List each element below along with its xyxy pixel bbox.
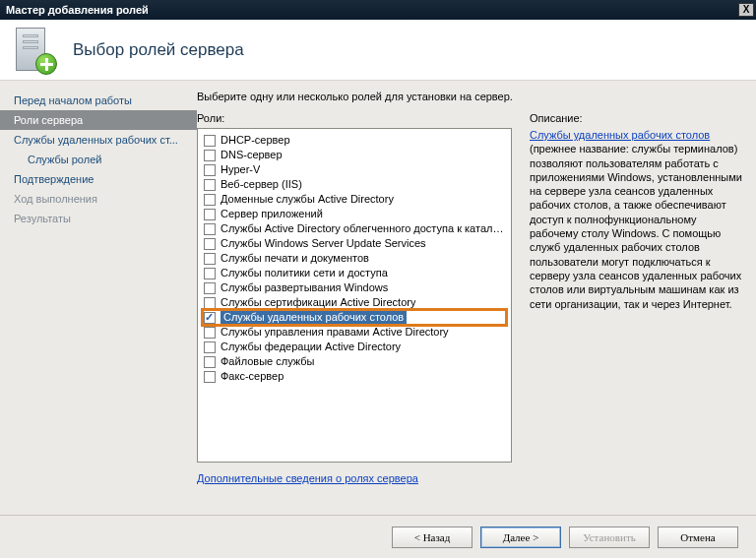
role-row[interactable]: Доменные службы Active Directory — [200, 192, 509, 207]
role-row[interactable]: Службы Active Directory облегченного дос… — [200, 221, 509, 236]
role-row[interactable]: Службы развертывания Windows — [200, 280, 509, 295]
sidebar-step: Ход выполнения — [0, 189, 197, 209]
role-label: Службы Active Directory облегченного дос… — [220, 221, 505, 236]
install-button: Установить — [569, 527, 650, 548]
role-checkbox[interactable] — [204, 209, 216, 220]
role-label: Службы управления правами Active Directo… — [220, 325, 449, 340]
server-add-icon — [14, 28, 55, 73]
role-row[interactable]: Сервер приложений — [200, 207, 509, 221]
role-checkbox[interactable] — [204, 135, 216, 147]
sidebar-step[interactable]: Подтверждение — [0, 169, 197, 189]
role-row[interactable]: Службы удаленных рабочих столов — [200, 310, 509, 325]
wizard-main: Выберите одну или несколько ролей для ус… — [197, 81, 756, 514]
role-label: Службы развертывания Windows — [220, 280, 388, 295]
role-checkbox[interactable] — [204, 179, 216, 191]
role-label: DNS-сервер — [220, 148, 283, 162]
role-row[interactable]: Службы печати и документов — [200, 251, 509, 266]
role-checkbox[interactable] — [204, 150, 216, 161]
sidebar-step[interactable]: Службы ролей — [0, 150, 197, 169]
sidebar-step: Результаты — [0, 209, 197, 228]
role-label: Сервер приложений — [220, 207, 323, 221]
role-row[interactable]: Веб-сервер (IIS) — [200, 177, 509, 192]
role-row[interactable]: Файловые службы — [200, 354, 509, 369]
role-label: Службы федерации Active Directory — [220, 340, 401, 354]
role-checkbox[interactable] — [204, 253, 216, 265]
role-label: DHCP-сервер — [220, 133, 290, 148]
close-icon[interactable]: X — [738, 3, 754, 17]
role-label: Веб-сервер (IIS) — [220, 177, 302, 192]
role-label: Службы сертификации Active Directory — [220, 295, 415, 310]
role-label: Доменные службы Active Directory — [220, 192, 394, 207]
role-checkbox[interactable] — [204, 282, 216, 294]
sidebar-step[interactable]: Перед началом работы — [0, 91, 197, 110]
back-button[interactable]: < Назад — [392, 527, 472, 548]
role-row[interactable]: DHCP-сервер — [200, 133, 509, 148]
window-title: Мастер добавления ролей — [6, 4, 149, 16]
role-label: Факс-сервер — [220, 369, 284, 384]
description-label: Описание: — [530, 112, 742, 124]
role-checkbox[interactable] — [204, 371, 216, 383]
roles-label: Роли: — [197, 112, 512, 124]
role-description: Службы удаленных рабочих столов (прежнее… — [530, 128, 742, 311]
role-label: Службы Windows Server Update Services — [220, 236, 426, 251]
cancel-button[interactable]: Отмена — [658, 527, 738, 548]
description-role-link[interactable]: Службы удаленных рабочих столов — [530, 129, 710, 141]
role-checkbox[interactable] — [204, 312, 216, 324]
role-label: Файловые службы — [220, 354, 314, 369]
role-checkbox[interactable] — [204, 356, 216, 368]
next-button[interactable]: Далее > — [480, 527, 561, 548]
sidebar-step[interactable]: Службы удаленных рабочих ст... — [0, 130, 197, 150]
role-label: Службы политики сети и доступа — [220, 266, 388, 280]
roles-listbox[interactable]: DHCP-серверDNS-серверHyper-VВеб-сервер (… — [197, 128, 512, 463]
role-row[interactable]: DNS-сервер — [200, 148, 509, 162]
role-checkbox[interactable] — [204, 297, 216, 309]
role-row[interactable]: Службы Windows Server Update Services — [200, 236, 509, 251]
role-row[interactable]: Службы сертификации Active Directory — [200, 295, 509, 310]
role-row[interactable]: Службы федерации Active Directory — [200, 340, 509, 354]
role-row[interactable]: Hyper-V — [200, 162, 509, 177]
role-checkbox[interactable] — [204, 223, 216, 235]
wizard-sidebar: Перед началом работыРоли сервераСлужбы у… — [0, 81, 197, 514]
more-info-link[interactable]: Дополнительные сведения о ролях сервера — [197, 472, 418, 484]
role-label: Службы удаленных рабочих столов — [220, 310, 407, 325]
role-row[interactable]: Службы политики сети и доступа — [200, 266, 509, 280]
title-bar: Мастер добавления ролей X — [0, 0, 756, 20]
wizard-footer: < Назад Далее > Установить Отмена — [0, 515, 756, 558]
sidebar-step[interactable]: Роли сервера — [0, 110, 197, 130]
role-checkbox[interactable] — [204, 238, 216, 250]
description-body: (прежнее название: службы терминалов) по… — [530, 143, 742, 309]
role-checkbox[interactable] — [204, 327, 216, 339]
role-checkbox[interactable] — [204, 164, 216, 176]
role-row[interactable]: Факс-сервер — [200, 369, 509, 384]
page-title: Выбор ролей сервера — [73, 40, 244, 60]
wizard-header: Выбор ролей сервера — [0, 20, 756, 81]
role-checkbox[interactable] — [204, 341, 216, 353]
prompt-text: Выберите одну или несколько ролей для ус… — [197, 91, 742, 102]
role-checkbox[interactable] — [204, 268, 216, 279]
role-row[interactable]: Службы управления правами Active Directo… — [200, 325, 509, 340]
role-label: Hyper-V — [220, 162, 260, 177]
role-checkbox[interactable] — [204, 194, 216, 206]
role-label: Службы печати и документов — [220, 251, 369, 266]
